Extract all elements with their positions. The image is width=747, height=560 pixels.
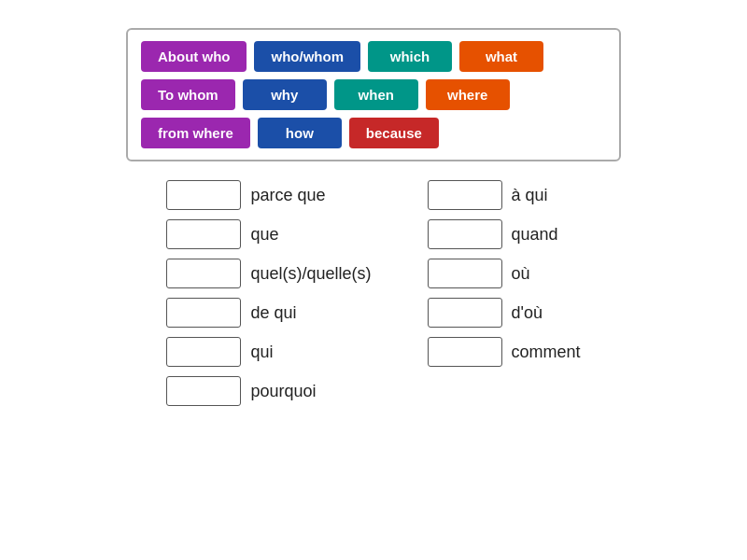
match-label-quels: quel(s)/quelle(s) <box>250 264 371 284</box>
match-label-d-ou: d'où <box>512 303 543 323</box>
answer-box-qui[interactable] <box>166 337 241 367</box>
answer-box-parce-que[interactable] <box>166 180 241 210</box>
word-btn-which[interactable]: which <box>368 41 452 72</box>
word-btn-who-whom[interactable]: who/whom <box>254 41 360 72</box>
match-row: parce que <box>166 180 371 210</box>
match-row: quand <box>428 219 581 249</box>
word-btn-to-whom[interactable]: To whom <box>141 79 235 110</box>
answer-box-pourquoi[interactable] <box>166 376 241 406</box>
match-label-de-qui: de qui <box>250 303 296 323</box>
match-row: à qui <box>428 180 581 210</box>
match-label-que: que <box>250 225 278 245</box>
answer-box-d-ou[interactable] <box>428 298 502 328</box>
word-btn-what[interactable]: what <box>459 41 543 72</box>
answer-box-quels[interactable] <box>166 259 241 288</box>
answer-box-que[interactable] <box>166 219 241 249</box>
match-row: de qui <box>166 298 371 328</box>
match-label-ou: où <box>512 264 530 284</box>
answer-box-de-qui[interactable] <box>166 298 241 328</box>
match-row: que <box>166 219 371 249</box>
match-row: quel(s)/quelle(s) <box>166 259 371 288</box>
answer-box-comment[interactable] <box>428 337 502 367</box>
match-row: comment <box>428 337 581 367</box>
word-bank: About whowho/whomwhichwhatTo whomwhywhen… <box>126 28 621 161</box>
match-row: pourquoi <box>166 376 371 406</box>
match-label-a-qui: à qui <box>512 186 548 205</box>
left-column: parce quequequel(s)/quelle(s)de quiquipo… <box>166 180 371 406</box>
answer-box-ou[interactable] <box>428 259 502 288</box>
match-label-quand: quand <box>512 225 558 245</box>
word-btn-how[interactable]: how <box>258 118 342 148</box>
word-btn-where[interactable]: where <box>426 79 510 110</box>
answer-box-quand[interactable] <box>428 219 502 249</box>
match-label-qui: qui <box>250 343 273 362</box>
matching-area: parce quequequel(s)/quelle(s)de quiquipo… <box>28 180 719 406</box>
match-label-parce-que: parce que <box>250 186 325 205</box>
answer-box-a-qui[interactable] <box>428 180 502 210</box>
match-row: où <box>428 259 581 288</box>
match-label-pourquoi: pourquoi <box>250 382 316 401</box>
word-btn-about-who[interactable]: About who <box>141 41 247 72</box>
match-row: d'où <box>428 298 581 328</box>
word-btn-from-where[interactable]: from where <box>141 118 250 148</box>
right-column: à quiquandoùd'oùcomment <box>428 180 581 406</box>
word-btn-when[interactable]: when <box>334 79 418 110</box>
match-label-comment: comment <box>512 343 581 362</box>
word-btn-why[interactable]: why <box>243 79 327 110</box>
match-row: qui <box>166 337 371 367</box>
word-btn-because[interactable]: because <box>349 118 439 148</box>
